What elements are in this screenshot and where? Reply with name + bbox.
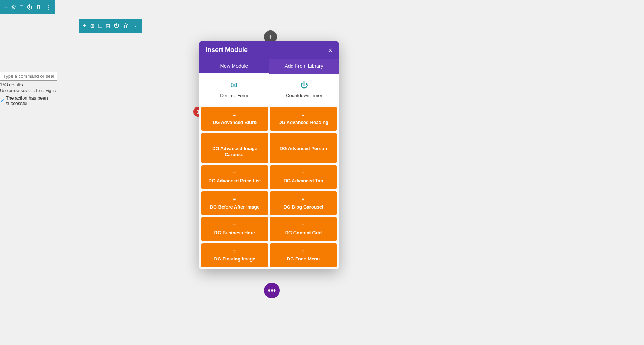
menu-icon-7: ≡ bbox=[233, 196, 236, 202]
module-contact-form[interactable]: ✉ Contact Form bbox=[199, 74, 269, 105]
power-icon[interactable]: ⏻ bbox=[27, 4, 33, 10]
more-icon-2[interactable]: ⋮ bbox=[132, 23, 138, 29]
menu-icon-2: ≡ bbox=[302, 112, 305, 118]
success-message: ✔ The action has been successful bbox=[0, 95, 64, 106]
module-dg-before-after-image[interactable]: ≡ DG Before After Image bbox=[201, 191, 268, 215]
module-dg-advanced-heading[interactable]: ≡ DG Advanced Heading bbox=[270, 107, 337, 131]
dg-content-grid-label: DG Content Grid bbox=[285, 230, 322, 236]
module-dg-business-hour[interactable]: ≡ DG Business Hour bbox=[201, 217, 268, 241]
dg-blog-carousel-label: DG Blog Carousel bbox=[283, 204, 323, 210]
countdown-timer-label: Countdown Timer bbox=[286, 93, 322, 98]
tab-new-module[interactable]: New Module bbox=[199, 59, 269, 74]
module-dg-advanced-tab[interactable]: ≡ DG Advanced Tab bbox=[270, 165, 337, 189]
dg-advanced-person-label: DG Advanced Person bbox=[280, 146, 327, 152]
success-text: The action has been successful bbox=[6, 95, 64, 106]
left-panel: 153 results Use arrow keys ↑↓ to navigat… bbox=[0, 72, 64, 106]
modal-close-button[interactable]: × bbox=[328, 47, 332, 54]
dg-floating-image-label: DG Floating Image bbox=[214, 256, 255, 262]
insert-module-modal: Insert Module × New Module Add From Libr… bbox=[199, 41, 339, 269]
add-icon-2[interactable]: + bbox=[83, 23, 86, 29]
menu-icon-11: ≡ bbox=[233, 248, 236, 254]
menu-icon-3: ≡ bbox=[233, 138, 236, 144]
menu-icon-12: ≡ bbox=[302, 248, 305, 254]
module-dg-floating-image[interactable]: ≡ DG Floating Image bbox=[201, 243, 268, 267]
white-module-grid: ✉ Contact Form ⏻ Countdown Timer bbox=[199, 74, 339, 105]
dg-before-after-label: DG Before After Image bbox=[210, 204, 260, 210]
module-dg-advanced-price-list[interactable]: ≡ DG Advanced Price List bbox=[201, 165, 268, 189]
top-toolbar: + ⚙ □ ⏻ 🗑 ⋮ bbox=[0, 0, 55, 14]
second-toolbar: + ⚙ □ ⊞ ⏻ 🗑 ⋮ bbox=[79, 19, 142, 33]
add-module-button-bottom[interactable]: ••• bbox=[264, 283, 280, 298]
module-dg-content-grid[interactable]: ≡ DG Content Grid bbox=[270, 217, 337, 241]
check-icon: ✔ bbox=[0, 98, 4, 104]
module-dg-blog-carousel[interactable]: ≡ DG Blog Carousel bbox=[270, 191, 337, 215]
module-dg-advanced-blurb[interactable]: ≡ DG Advanced Blurb bbox=[201, 107, 268, 131]
results-count: 153 results bbox=[0, 82, 64, 87]
menu-icon-9: ≡ bbox=[233, 222, 236, 228]
contact-form-label: Contact Form bbox=[220, 93, 248, 98]
orange-module-grid: ≡ DG Advanced Blurb ≡ DG Advanced Headin… bbox=[199, 105, 339, 269]
menu-icon-10: ≡ bbox=[302, 222, 305, 228]
menu-icon-8: ≡ bbox=[302, 196, 305, 202]
power-icon-2[interactable]: ⏻ bbox=[114, 23, 119, 29]
dg-advanced-image-carousel-label: DG Advanced Image Carousel bbox=[204, 146, 265, 158]
delete-icon-2[interactable]: 🗑 bbox=[123, 23, 129, 29]
module-dg-food-menu[interactable]: ≡ DG Food Menu bbox=[270, 243, 337, 267]
menu-icon-1: ≡ bbox=[233, 112, 236, 118]
delete-icon[interactable]: 🗑 bbox=[36, 4, 42, 10]
layout-icon-2[interactable]: □ bbox=[98, 23, 102, 29]
grid-icon[interactable]: ⊞ bbox=[106, 23, 110, 29]
modal-body[interactable]: ✉ Contact Form ⏻ Countdown Timer ≡ DG Ad… bbox=[199, 74, 339, 269]
power-clock-icon: ⏻ bbox=[300, 81, 308, 90]
module-dg-advanced-person[interactable]: ≡ DG Advanced Person bbox=[270, 133, 337, 163]
menu-icon-4: ≡ bbox=[302, 138, 305, 144]
tab-add-from-library[interactable]: Add From Library bbox=[269, 59, 339, 74]
plus-icon: + bbox=[268, 33, 273, 41]
dots-icon: ••• bbox=[268, 286, 276, 295]
more-icon[interactable]: ⋮ bbox=[45, 4, 51, 11]
layout-icon[interactable]: □ bbox=[20, 4, 23, 10]
search-input[interactable] bbox=[0, 72, 57, 81]
module-countdown-timer[interactable]: ⏻ Countdown Timer bbox=[269, 74, 339, 105]
menu-icon-6: ≡ bbox=[302, 170, 305, 176]
dg-food-menu-label: DG Food Menu bbox=[287, 256, 320, 262]
dg-business-hour-label: DG Business Hour bbox=[214, 230, 255, 236]
dg-advanced-blurb-label: DG Advanced Blurb bbox=[213, 120, 257, 126]
settings-icon[interactable]: ⚙ bbox=[11, 4, 16, 11]
modal-title: Insert Module bbox=[206, 46, 248, 54]
nav-hint: Use arrow keys ↑↓ to navigate bbox=[0, 88, 64, 93]
dg-advanced-price-list-label: DG Advanced Price List bbox=[209, 178, 261, 184]
dg-advanced-tab-label: DG Advanced Tab bbox=[284, 178, 323, 184]
envelope-icon: ✉ bbox=[231, 81, 237, 90]
modal-tabs: New Module Add From Library bbox=[199, 59, 339, 74]
menu-icon-5: ≡ bbox=[233, 170, 236, 176]
settings-icon-2[interactable]: ⚙ bbox=[90, 23, 95, 29]
modal-header: Insert Module × bbox=[199, 41, 339, 59]
dg-advanced-heading-label: DG Advanced Heading bbox=[278, 120, 328, 126]
module-dg-advanced-image-carousel[interactable]: ≡ DG Advanced Image Carousel bbox=[201, 133, 268, 163]
add-icon[interactable]: + bbox=[4, 4, 8, 10]
